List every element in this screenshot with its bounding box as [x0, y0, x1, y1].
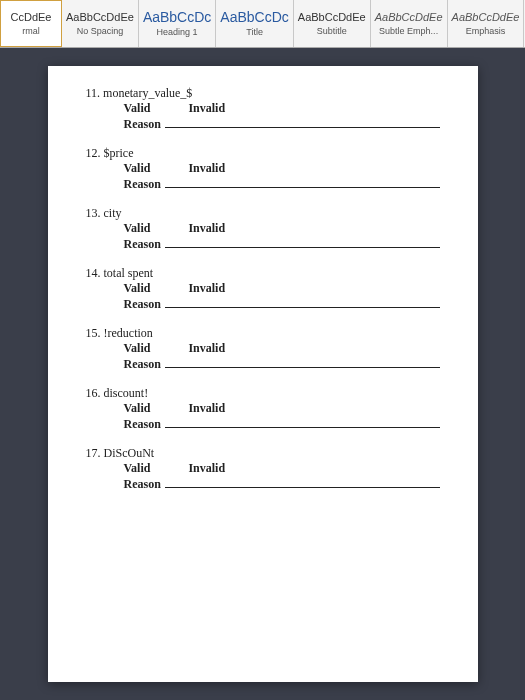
styles-gallery: CcDdEermalAaBbCcDdEeNo SpacingAaBbCcDcHe…	[0, 0, 525, 48]
style-box-subtle-emph-[interactable]: AaBbCcDdEeSubtle Emph...	[371, 0, 448, 47]
invalid-option[interactable]: Invalid	[188, 401, 225, 416]
question: 17. DiScOuNtValidInvalidReason	[86, 446, 440, 492]
question-number: 12.	[86, 146, 101, 160]
question-heading: 12. $price	[86, 146, 440, 161]
invalid-option[interactable]: Invalid	[188, 101, 225, 116]
reason-row: Reason	[124, 116, 440, 132]
valid-option[interactable]: Valid	[124, 281, 151, 296]
invalid-option[interactable]: Invalid	[188, 341, 225, 356]
question-number: 14.	[86, 266, 101, 280]
reason-label: Reason	[124, 297, 161, 312]
question: 15. !reductionValidInvalidReason	[86, 326, 440, 372]
question: 11. monetary_value_$ValidInvalidReason	[86, 86, 440, 132]
reason-row: Reason	[124, 416, 440, 432]
question-number: 17.	[86, 446, 101, 460]
question-number: 11.	[86, 86, 101, 100]
style-preview: AaBbCcDdEe	[375, 12, 443, 23]
question-text: DiScOuNt	[104, 446, 155, 460]
question-heading: 16. discount!	[86, 386, 440, 401]
reason-row: Reason	[124, 296, 440, 312]
style-name: Subtle Emph...	[379, 26, 438, 36]
question-heading: 17. DiScOuNt	[86, 446, 440, 461]
style-preview: AaBbCcDdEe	[452, 12, 520, 23]
reason-input-line[interactable]	[165, 476, 440, 488]
reason-input-line[interactable]	[165, 236, 440, 248]
style-name: Emphasis	[466, 26, 506, 36]
question: 12. $priceValidInvalidReason	[86, 146, 440, 192]
invalid-option[interactable]: Invalid	[188, 281, 225, 296]
question-number: 16.	[86, 386, 101, 400]
style-name: rmal	[22, 26, 40, 36]
reason-label: Reason	[124, 357, 161, 372]
style-name: Heading 1	[157, 27, 198, 37]
reason-label: Reason	[124, 177, 161, 192]
style-box-no-spacing[interactable]: AaBbCcDdEeNo Spacing	[62, 0, 139, 47]
invalid-option[interactable]: Invalid	[188, 221, 225, 236]
invalid-option[interactable]: Invalid	[188, 161, 225, 176]
question-number: 15.	[86, 326, 101, 340]
valid-option[interactable]: Valid	[124, 221, 151, 236]
question-text: city	[104, 206, 122, 220]
question: 16. discount!ValidInvalidReason	[86, 386, 440, 432]
style-box-heading-1[interactable]: AaBbCcDcHeading 1	[139, 0, 216, 47]
reason-input-line[interactable]	[165, 296, 440, 308]
reason-row: Reason	[124, 176, 440, 192]
reason-input-line[interactable]	[165, 356, 440, 368]
question-heading: 13. city	[86, 206, 440, 221]
style-preview: AaBbCcDc	[220, 10, 288, 24]
style-preview: AaBbCcDdEe	[66, 12, 134, 23]
valid-option[interactable]: Valid	[124, 461, 151, 476]
question-text: discount!	[104, 386, 149, 400]
question-heading: 14. total spent	[86, 266, 440, 281]
question: 14. total spentValidInvalidReason	[86, 266, 440, 312]
valid-invalid-row: ValidInvalid	[124, 161, 440, 176]
question-heading: 15. !reduction	[86, 326, 440, 341]
question-number: 13.	[86, 206, 101, 220]
style-box-title[interactable]: AaBbCcDcTitle	[216, 0, 293, 47]
reason-row: Reason	[124, 236, 440, 252]
valid-invalid-row: ValidInvalid	[124, 461, 440, 476]
valid-invalid-row: ValidInvalid	[124, 281, 440, 296]
question-text: !reduction	[104, 326, 153, 340]
style-name: Title	[246, 27, 263, 37]
valid-option[interactable]: Valid	[124, 161, 151, 176]
reason-input-line[interactable]	[165, 176, 440, 188]
valid-invalid-row: ValidInvalid	[124, 101, 440, 116]
style-name: No Spacing	[77, 26, 124, 36]
question-text: monetary_value_$	[103, 86, 192, 100]
valid-option[interactable]: Valid	[124, 101, 151, 116]
invalid-option[interactable]: Invalid	[188, 461, 225, 476]
question-text: $price	[104, 146, 134, 160]
document-area: 11. monetary_value_$ValidInvalidReason12…	[0, 48, 525, 700]
style-preview: AaBbCcDdEe	[298, 12, 366, 23]
style-preview: CcDdEe	[11, 12, 52, 23]
valid-invalid-row: ValidInvalid	[124, 341, 440, 356]
reason-label: Reason	[124, 477, 161, 492]
reason-label: Reason	[124, 417, 161, 432]
reason-label: Reason	[124, 117, 161, 132]
word-app-frame: CcDdEermalAaBbCcDdEeNo SpacingAaBbCcDcHe…	[0, 0, 525, 700]
reason-row: Reason	[124, 476, 440, 492]
question-heading: 11. monetary_value_$	[86, 86, 440, 101]
document-page: 11. monetary_value_$ValidInvalidReason12…	[48, 66, 478, 682]
style-box-emphasis[interactable]: AaBbCcDdEeEmphasis	[448, 0, 525, 47]
valid-option[interactable]: Valid	[124, 401, 151, 416]
valid-option[interactable]: Valid	[124, 341, 151, 356]
reason-input-line[interactable]	[165, 416, 440, 428]
reason-label: Reason	[124, 237, 161, 252]
style-preview: AaBbCcDc	[143, 10, 211, 24]
style-box-subtitle[interactable]: AaBbCcDdEeSubtitle	[294, 0, 371, 47]
reason-row: Reason	[124, 356, 440, 372]
reason-input-line[interactable]	[165, 116, 440, 128]
style-name: Subtitle	[317, 26, 347, 36]
valid-invalid-row: ValidInvalid	[124, 221, 440, 236]
question: 13. cityValidInvalidReason	[86, 206, 440, 252]
valid-invalid-row: ValidInvalid	[124, 401, 440, 416]
question-text: total spent	[104, 266, 154, 280]
style-box-rmal[interactable]: CcDdEermal	[0, 0, 62, 47]
